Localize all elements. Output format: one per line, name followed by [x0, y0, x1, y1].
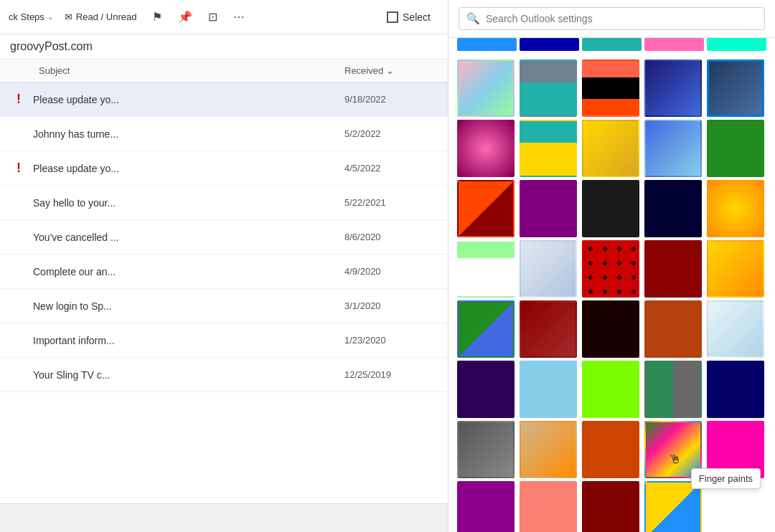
pin-icon[interactable]: 📌 — [174, 7, 197, 27]
theme-tile-maroon[interactable] — [582, 481, 639, 532]
select-area[interactable]: Select — [378, 7, 439, 27]
theme-tile-beige-orange[interactable] — [520, 421, 577, 478]
more-icon[interactable]: ⋯ — [229, 7, 249, 27]
top-color-swatch[interactable] — [644, 38, 704, 51]
sort-chevron-icon: ⌄ — [386, 65, 394, 76]
theme-tile-lucky-cat[interactable] — [457, 240, 515, 298]
theme-tile-palms[interactable] — [582, 60, 639, 117]
theme-tile-yellow-triangle[interactable] — [644, 481, 702, 532]
select-checkbox[interactable] — [387, 11, 398, 23]
theme-tile-black[interactable] — [582, 180, 639, 237]
chevron-down-icon: ⌄ — [47, 13, 53, 21]
theme-tile-salmon[interactable] — [520, 481, 577, 532]
email-subject: Your Sling TV c... — [27, 369, 344, 381]
email-date: 12/25/2019 — [344, 369, 438, 380]
theme-grid-container — [448, 54, 775, 532]
theme-tile-dark-purple[interactable] — [457, 361, 515, 418]
top-color-swatch[interactable] — [520, 38, 579, 51]
theme-tile-blueprint[interactable] — [707, 60, 764, 117]
email-date: 1/23/2020 — [344, 335, 438, 346]
top-color-swatch[interactable] — [582, 38, 642, 51]
theme-tile-green-field[interactable] — [707, 120, 764, 177]
top-color-swatch[interactable] — [707, 38, 766, 51]
theme-tile-dark-navy[interactable] — [707, 361, 764, 418]
email-row[interactable]: Say hello to your...5/22/2021 — [0, 186, 448, 220]
theme-tile-gold-star[interactable] — [582, 120, 639, 177]
select-label: Select — [403, 11, 431, 23]
email-date: 5/22/2021 — [344, 197, 438, 208]
theme-tile-rust[interactable] — [644, 300, 702, 358]
theme-tile-golden-triangles[interactable] — [707, 240, 764, 298]
theme-tile-magenta[interactable] — [707, 421, 764, 478]
back-steps-button[interactable]: ck Steps ⌄ — [9, 11, 53, 22]
email-row[interactable]: Important inform...1/23/2020 — [0, 323, 448, 358]
theme-tile-circuit[interactable] — [644, 60, 702, 117]
email-row[interactable]: You've cancelled ...8/6/2020 — [0, 220, 448, 255]
theme-tile-dark-gray[interactable] — [457, 421, 515, 478]
read-unread-button[interactable]: ✉ Read / Unread — [60, 9, 141, 25]
toolbar-left: ck Steps ⌄ ✉ Read / Unread ⚑ 📌 ⊡ ⋯ — [9, 7, 372, 27]
theme-tile-lime[interactable] — [582, 361, 639, 418]
theme-tile-dark-brown[interactable] — [582, 300, 639, 358]
back-steps-label: ck Steps — [9, 11, 44, 22]
theme-tile-purple[interactable] — [520, 180, 577, 237]
received-column-header[interactable]: Received ⌄ — [344, 65, 438, 76]
theme-tile-sky-blue[interactable] — [520, 361, 577, 418]
top-color-row — [448, 38, 775, 51]
email-subject: Please update yo... — [27, 94, 344, 105]
email-list: !Please update yo...9/18/2022Johnny has … — [0, 82, 448, 503]
archive-icon[interactable]: ⊡ — [204, 7, 222, 27]
email-row[interactable]: New login to Sp...3/1/2020 — [0, 289, 448, 323]
email-date: 4/9/2020 — [344, 266, 438, 277]
priority-icon: ! — [10, 92, 27, 107]
email-date: 4/5/2022 — [344, 163, 438, 174]
email-row[interactable]: Johnny has turne...5/2/2022 — [0, 117, 448, 151]
email-subject: Say hello to your... — [27, 197, 344, 209]
email-row[interactable]: Complete our an...4/9/2020 — [0, 255, 448, 289]
email-icon: ✉ — [65, 11, 72, 22]
email-subject: Complete our an... — [27, 266, 344, 277]
search-input-wrapper: 🔍 — [459, 7, 765, 30]
theme-tile-purple-2[interactable] — [457, 481, 515, 532]
search-input[interactable] — [486, 13, 757, 24]
theme-tile-light-pattern[interactable] — [520, 240, 577, 298]
top-color-swatch[interactable] — [457, 38, 517, 51]
bottom-bar — [0, 503, 448, 532]
theme-tile-blue-wave[interactable] — [644, 120, 702, 177]
email-date: 8/6/2020 — [344, 232, 438, 242]
email-date: 3/1/2020 — [344, 300, 438, 311]
theme-tile-blue-green-geo[interactable] — [457, 300, 515, 358]
theme-grid — [457, 60, 766, 532]
theme-tile-navy[interactable] — [644, 180, 702, 237]
theme-tile-burnt-orange[interactable] — [582, 421, 639, 478]
theme-tile-anime[interactable] — [457, 60, 515, 117]
search-icon: 🔍 — [466, 12, 480, 25]
email-list-header: Subject Received ⌄ — [0, 60, 448, 82]
read-unread-label: Read / Unread — [76, 11, 137, 22]
subject-column-header: Subject — [10, 65, 344, 76]
email-subject: Important inform... — [27, 335, 344, 346]
email-row[interactable]: !Please update yo...9/18/2022 — [0, 82, 448, 117]
theme-tile-pink-glow[interactable] — [457, 120, 515, 177]
email-panel: ck Steps ⌄ ✉ Read / Unread ⚑ 📌 ⊡ ⋯ Selec… — [0, 0, 448, 532]
email-subject: You've cancelled ... — [27, 232, 344, 243]
email-subject: New login to Sp... — [27, 300, 344, 312]
toolbar: ck Steps ⌄ ✉ Read / Unread ⚑ 📌 ⊡ ⋯ Selec… — [0, 0, 448, 34]
email-date: 5/2/2022 — [344, 128, 438, 139]
theme-tile-ocean[interactable] — [520, 120, 577, 177]
theme-tile-finger-paints[interactable] — [644, 421, 702, 478]
theme-tile-dark-red-2[interactable] — [520, 300, 577, 358]
flag-icon[interactable]: ⚑ — [148, 7, 166, 27]
theme-tile-dark-red[interactable] — [644, 240, 702, 298]
theme-tile-wave[interactable] — [520, 60, 577, 117]
email-row[interactable]: Your Sling TV c...12/25/2019 — [0, 358, 448, 392]
theme-tile-red-orange[interactable] — [457, 180, 515, 237]
theme-tile-teal-dark[interactable] — [644, 361, 702, 418]
theme-tile-gold-circles[interactable] — [707, 180, 764, 237]
theme-tile-polka-dots[interactable] — [582, 240, 639, 298]
email-subject: Johnny has turne... — [27, 128, 344, 140]
theme-tile-light-geo[interactable] — [707, 300, 764, 358]
email-subject: Please update yo... — [27, 163, 344, 174]
email-row[interactable]: !Please update yo...4/5/2022 — [0, 151, 448, 186]
settings-panel: 🔍 Finger paints 🖱 — [448, 0, 775, 532]
